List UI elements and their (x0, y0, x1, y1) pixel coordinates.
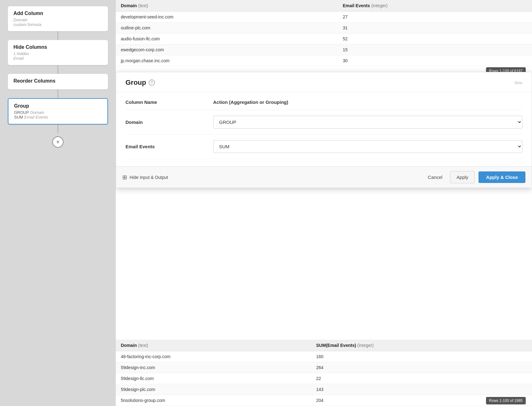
cell-domain: 48-factoring-inc-corp.com (116, 351, 311, 362)
connector-2 (58, 65, 58, 74)
cell-domain: jp.morgan.chase.inc.com (116, 55, 338, 66)
connector-1 (58, 31, 58, 40)
add-column-subtitle: Domaincustom formula (13, 18, 102, 27)
cell-sum: 160 (311, 351, 532, 362)
cell-events: 15 (338, 44, 532, 55)
top-col-domain: Domain (text) (116, 0, 338, 12)
top-table-container: Domain (text) Email Events (integer) dev… (116, 0, 532, 66)
cell-domain: audio-fusion-llc.com (116, 33, 338, 44)
cell-sum: 264 (311, 362, 532, 373)
content-area: Domain (text) Email Events (integer) dev… (116, 0, 532, 406)
footer-actions: Cancel Apply Apply & Close (424, 171, 525, 183)
group-subtitle: GROUP Domain SUM Email Events (14, 110, 102, 119)
cell-events: 31 (338, 23, 532, 33)
top-data-table: Domain (text) Email Events (integer) dev… (116, 0, 532, 66)
table-row: development-seed-inc.com 27 (116, 12, 532, 23)
add-column-title: Add Column (13, 11, 102, 16)
apply-close-button[interactable]: Apply & Close (478, 171, 525, 183)
cell-domain: outline-plc.com (116, 23, 338, 33)
cell-domain: 59design-inc.com (116, 362, 311, 373)
hide-columns-card[interactable]: Hide Columns 1 hiddenEmail (8, 40, 108, 65)
group-card[interactable]: Group GROUP Domain SUM Email Events (8, 98, 108, 124)
connector-4 (58, 124, 58, 133)
table-row: jp.morgan.chase.inc.com 30 (116, 55, 532, 66)
connector-3 (58, 89, 58, 98)
group-title: Group (14, 103, 102, 109)
cell-events: 52 (338, 33, 532, 44)
table-row: audio-fusion-llc.com 52 (116, 33, 532, 44)
hide-columns-title: Hide Columns (13, 44, 102, 50)
cell-sum: 22 (311, 373, 532, 384)
plus-icon: + (56, 139, 60, 146)
col-header-action: Action (Aggregation or Grouping) (213, 99, 522, 110)
bottom-table-container: Domain (text) SUM(Email Events) (integer… (116, 340, 532, 406)
cell-events: 27 (338, 12, 532, 23)
apply-button[interactable]: Apply (450, 171, 475, 183)
bottom-col-sum-events: SUM(Email Events) (integer) (311, 340, 532, 351)
table-icon: ⊞ (122, 174, 127, 181)
cell-domain: development-seed-inc.com (116, 12, 338, 23)
bottom-data-table: Domain (text) SUM(Email Events) (integer… (116, 340, 532, 406)
top-col-events: Email Events (integer) (338, 0, 532, 12)
group-col-name-email-events: Email Events (125, 134, 213, 159)
table-row: 5nsolutions-group.com 204 (116, 395, 532, 406)
table-row: 59design-inc.com 264 (116, 362, 532, 373)
modal-footer: ⊞ Hide Input & Output Cancel Apply Apply… (116, 166, 532, 188)
bottom-col-domain: Domain (text) (116, 340, 311, 351)
cell-domain: ewedgecom-corp.com (116, 44, 338, 55)
hide-io-button[interactable]: ⊞ Hide Input & Output (122, 174, 419, 181)
group-row-domain: Domain GROUP SUM COUNT AVG MIN MAX (125, 110, 522, 134)
modal-title-text: Group (125, 79, 146, 87)
cell-sum: 143 (311, 384, 532, 395)
reorder-columns-title: Reorder Columns (13, 78, 102, 84)
help-icon[interactable]: ? (149, 79, 155, 86)
group-col-action-email-events: GROUP SUM COUNT AVG MIN MAX (213, 134, 522, 159)
table-row: 59design-llc.com 22 (116, 373, 532, 384)
cell-domain: 5nsolutions-group.com (116, 395, 311, 406)
modal-timing: 5ms (514, 80, 522, 85)
group-modal: Group ? 5ms Column Name Action (Aggregat… (116, 72, 532, 188)
group-row-email-events: Email Events GROUP SUM COUNT AVG MIN MAX (125, 134, 522, 159)
add-column-card[interactable]: Add Column Domaincustom formula (8, 6, 108, 31)
group-config-table: Column Name Action (Aggregation or Group… (125, 99, 522, 159)
group-col-action-domain: GROUP SUM COUNT AVG MIN MAX (213, 110, 522, 134)
modal-title-area: Group ? (125, 79, 155, 87)
modal-body: Column Name Action (Aggregation or Group… (116, 92, 532, 166)
table-row: 48-factoring-inc-corp.com 160 (116, 351, 532, 362)
col-header-name: Column Name (125, 99, 213, 110)
table-row: 59design-plc.com 143 (116, 384, 532, 395)
modal-header: Group ? 5ms (116, 72, 532, 92)
reorder-columns-card[interactable]: Reorder Columns (8, 74, 108, 89)
cancel-button[interactable]: Cancel (424, 172, 446, 182)
hide-io-label: Hide Input & Output (130, 175, 168, 180)
cell-domain: 59design-plc.com (116, 384, 311, 395)
group-col-name-domain: Domain (125, 110, 213, 134)
cell-domain: 59design-llc.com (116, 373, 311, 384)
cell-events: 30 (338, 55, 532, 66)
hide-columns-subtitle: 1 hiddenEmail (13, 51, 102, 61)
pipeline-panel: Add Column Domaincustom formula Hide Col… (0, 0, 116, 406)
bottom-rows-badge: Rows 1-100 of 1985 (486, 397, 526, 404)
domain-action-select[interactable]: GROUP SUM COUNT AVG MIN MAX (213, 116, 522, 129)
email-events-action-select[interactable]: GROUP SUM COUNT AVG MIN MAX (213, 140, 522, 153)
table-row: ewedgecom-corp.com 15 (116, 44, 532, 55)
table-row: outline-plc.com 31 (116, 23, 532, 33)
add-step-button[interactable]: + (52, 136, 64, 148)
